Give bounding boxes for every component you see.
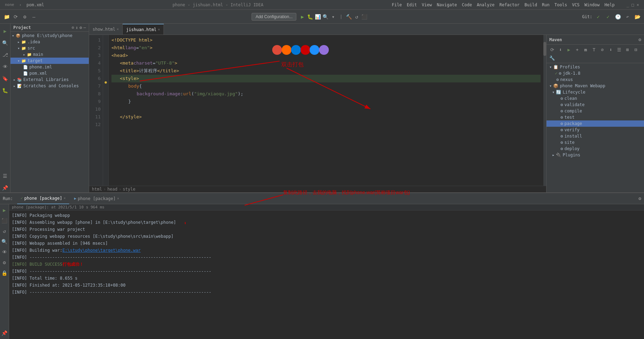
maven-phone-webapp[interactable]: ▾ 📦 phone Maven Webapp <box>547 83 644 89</box>
menu-help[interactable]: Help <box>602 2 617 8</box>
maven-collapse-icon[interactable]: ⊟ <box>632 46 639 53</box>
tree-phone-iml[interactable]: 📄 phone.iml <box>10 64 89 70</box>
panel-sort-icon[interactable]: ↕ <box>75 25 78 30</box>
tree-src[interactable]: ▾ 📁 src <box>10 45 89 51</box>
maven-skip-icon[interactable]: ⊘ <box>599 46 606 53</box>
panel-settings-icon[interactable]: ⚙ <box>80 25 82 30</box>
menu-analyze[interactable]: Analyze <box>475 2 497 8</box>
maven-verify[interactable]: ⚙ verify <box>547 127 644 133</box>
maven-nexus[interactable]: ⚙ nexus <box>547 76 644 83</box>
maven-plugins[interactable]: ▸ 🔌 Plugins <box>547 152 644 158</box>
maven-lifecycle[interactable]: ▾ 🔄 Lifecycle <box>547 89 644 95</box>
console-scroll-lock-icon[interactable]: 🔒 <box>0 268 9 278</box>
maven-clean[interactable]: ⚙ clean <box>547 95 644 102</box>
activity-run-icon[interactable]: ▶ <box>1 27 10 36</box>
maven-download-icon[interactable]: ⬇ <box>557 46 564 53</box>
maven-expand-icon[interactable]: ⊞ <box>624 46 631 53</box>
maven-site[interactable]: ⚙ site <box>547 139 644 146</box>
git-undo-icon[interactable]: ↶ <box>624 13 631 21</box>
breadcrumb-style[interactable]: style <box>123 187 135 192</box>
tree-target[interactable]: ▾ 📁 target <box>10 58 89 64</box>
console-run-icon[interactable]: ▶ <box>0 206 9 215</box>
sync-icon[interactable]: ⟳ <box>12 13 20 21</box>
maven-install[interactable]: ⚙ install <box>547 133 644 139</box>
menu-code[interactable]: Code <box>460 2 474 8</box>
menu-build[interactable]: Build <box>522 2 539 8</box>
add-configuration-button[interactable]: Add Configuration... <box>252 13 296 21</box>
panel-scope-icon[interactable]: ⊙ <box>72 25 74 30</box>
maven-test[interactable]: ⚙ test <box>547 114 644 120</box>
maven-jdk18[interactable]: ✓ ⚙ jdk-1.8 <box>547 70 644 76</box>
git-clock-icon[interactable]: 🕐 <box>614 13 622 21</box>
menu-view[interactable]: View <box>420 2 434 8</box>
tab-jishuan-html-close[interactable]: × <box>158 28 160 31</box>
bottom-tab-2[interactable]: ▶ phone [package] × <box>71 193 123 204</box>
git-check-icon[interactable]: ✓ <box>594 13 602 21</box>
tree-main[interactable]: ▸ 📁 main <box>10 51 89 58</box>
activity-bug-icon[interactable]: 🐛 <box>1 86 10 95</box>
maven-run-icon[interactable]: ▶ <box>565 46 572 53</box>
menu-edit[interactable]: Edit <box>405 2 419 8</box>
console-war-link[interactable]: E:\study\phone\target\phone.war <box>63 247 141 254</box>
maven-plus-icon[interactable]: + <box>574 46 581 53</box>
activity-pin-icon[interactable]: 📌 <box>1 183 10 192</box>
stop-button[interactable]: ⬛ <box>361 13 368 21</box>
bottom-panel-settings-icon[interactable]: ⚙ <box>638 196 641 201</box>
code-content[interactable]: <!DOCTYPE html> <html lang="en"> <head> … <box>109 35 543 186</box>
bottom-tab-2-close[interactable]: × <box>117 197 119 200</box>
tree-scratches[interactable]: ▸ 📝 Scratches and Consoles <box>10 83 89 89</box>
console-stop-icon[interactable]: ⬛ <box>0 216 9 225</box>
console-rerun-icon[interactable]: ↺ <box>0 227 9 236</box>
maven-package[interactable]: ⚙ package <box>547 120 644 127</box>
reload-button[interactable]: ↺ <box>353 13 361 21</box>
panel-minimize-icon[interactable]: — <box>84 25 86 30</box>
maven-download2-icon[interactable]: ⬇ <box>607 46 614 53</box>
maven-deploy[interactable]: ⚙ deploy <box>547 146 644 152</box>
tab-jishuan-html[interactable]: jishuan.html × <box>123 24 164 35</box>
maven-wrench-icon[interactable]: 🔧 <box>549 54 556 61</box>
project-icon[interactable]: 📁 <box>3 13 10 21</box>
tree-pom[interactable]: 📄 pom.xml <box>10 70 89 76</box>
editor-scrollbar[interactable] <box>543 35 546 186</box>
build-button[interactable]: 🔨 <box>345 13 353 21</box>
activity-search-icon[interactable]: 🔍 <box>1 38 10 47</box>
maven-cols-icon[interactable]: ☰ <box>616 46 623 53</box>
more-run-icon[interactable]: ▾ <box>329 13 337 21</box>
debug-button[interactable]: 🐛 <box>306 13 314 21</box>
menu-run[interactable]: Run <box>540 2 552 8</box>
code-editor[interactable]: 1 2 3 4 5 6 7 8 9 10 11 12 <box>89 35 546 192</box>
bottom-tab-1-close[interactable]: × <box>64 196 66 200</box>
breadcrumb-head[interactable]: head <box>107 187 117 192</box>
maven-m-icon[interactable]: m <box>582 46 589 53</box>
breadcrumb-html[interactable]: html <box>92 187 102 192</box>
settings-icon[interactable]: ⚙ <box>21 13 29 21</box>
maven-refresh-icon[interactable]: ⟳ <box>549 46 556 53</box>
minimize-panel-icon[interactable]: — <box>30 13 38 21</box>
git-check2-icon[interactable]: ✓ <box>604 13 612 21</box>
console-pin-icon[interactable]: 📌 <box>0 329 9 338</box>
maven-compile[interactable]: ⚙ compile <box>547 108 644 114</box>
console-eye-icon[interactable]: 👁 <box>0 248 9 257</box>
menu-window[interactable]: Window <box>583 2 602 8</box>
menu-vcs[interactable]: VCS <box>570 2 582 8</box>
bottom-tab-1[interactable]: ✓ phone [package] × <box>17 193 69 204</box>
profile-button[interactable]: 📊 <box>314 13 321 21</box>
tree-idea[interactable]: ▸ 📁 .idea <box>10 39 89 45</box>
menu-navigate[interactable]: Navigate <box>435 2 459 8</box>
maven-profiles[interactable]: ▾ 📋 Profiles <box>547 64 644 70</box>
activity-git-icon[interactable]: ⎇ <box>1 50 10 59</box>
console-settings-icon[interactable]: ⚙ <box>0 258 9 267</box>
git-folder-icon[interactable]: 📂 <box>634 13 641 21</box>
console-output[interactable]: [INFO] Packaging webapp [INFO] Assemblin… <box>9 211 644 339</box>
tree-root[interactable]: ▾ 📦 phone E:\study\phone <box>10 32 89 39</box>
activity-layers-icon[interactable]: ☰ <box>1 171 10 180</box>
tab-show-html[interactable]: show.html × <box>89 24 123 35</box>
menu-refactor[interactable]: Refactor <box>497 2 522 8</box>
menu-file[interactable]: File <box>390 2 404 8</box>
coverage-button[interactable]: 🔍 <box>321 13 329 21</box>
activity-eye-icon[interactable]: 👁 <box>1 62 10 71</box>
run-button[interactable]: ▶ <box>298 13 306 21</box>
menu-tools[interactable]: Tools <box>552 2 569 8</box>
maven-test-icon[interactable]: T <box>591 46 598 53</box>
tree-ext-libs[interactable]: ▸ 📚 External Libraries <box>10 76 89 83</box>
